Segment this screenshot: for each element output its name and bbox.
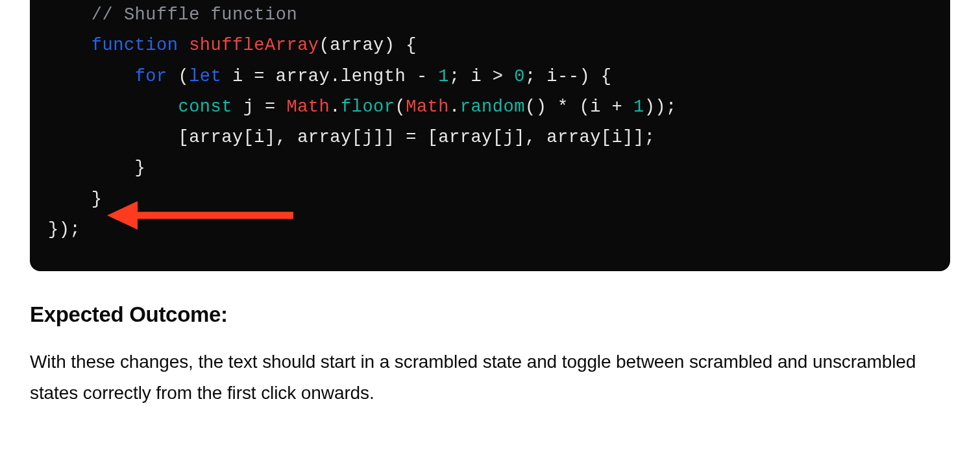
code-text: ( [167, 67, 189, 86]
code-text: ; i > [449, 67, 514, 86]
code-number: 1 [438, 67, 449, 86]
code-keyword-for: for [135, 67, 167, 86]
code-text: (array) { [319, 36, 417, 55]
code-swap-line: [array[i], array[j]] = [array[j], array[… [178, 128, 655, 147]
expected-outcome-heading: Expected Outcome: [30, 302, 950, 327]
content-section: Expected Outcome: With these changes, th… [0, 271, 980, 422]
code-keyword-function: function [92, 36, 178, 55]
code-class-math: Math [406, 97, 449, 117]
code-method-floor: floor [341, 97, 395, 117]
code-method-random: random [460, 97, 525, 117]
code-block: // Shuffle function function shuffleArra… [30, 0, 950, 271]
code-comment: // Shuffle function [92, 5, 297, 25]
expected-outcome-paragraph: With these changes, the text should star… [30, 346, 950, 409]
code-text: i = array.length - [221, 67, 438, 86]
code-text: )); [644, 97, 677, 117]
code-text: ; i--) { [525, 67, 612, 86]
code-function-name: shuffleArray [189, 36, 319, 55]
code-text: () * (i + [525, 97, 633, 117]
code-number: 1 [633, 97, 644, 117]
code-text: . [330, 97, 341, 117]
code-close-brace: } [92, 158, 146, 178]
code-text: j = [232, 97, 287, 117]
code-close-brace: } [92, 189, 103, 209]
code-text: . [449, 97, 460, 117]
code-keyword-let: let [189, 67, 221, 86]
code-class-math: Math [286, 97, 330, 117]
code-keyword-const: const [178, 97, 232, 117]
code-content: // Shuffle function function shuffleArra… [48, 0, 932, 245]
code-text: ( [395, 97, 406, 117]
code-number: 0 [514, 67, 525, 86]
code-close-outer: }); [48, 220, 80, 239]
